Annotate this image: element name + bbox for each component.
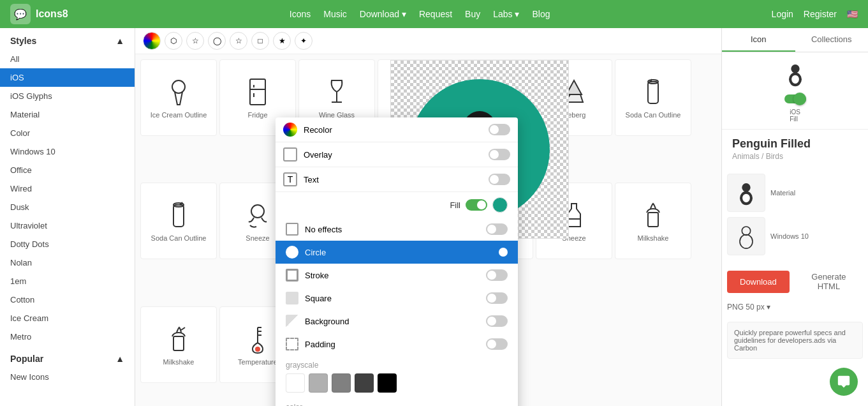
windows10-preview[interactable] <box>727 217 765 255</box>
sidebar-item-1em[interactable]: 1em <box>0 272 135 290</box>
icon-cell-soda[interactable]: Soda Can Outline <box>615 59 691 136</box>
navbar-links: Icons Music Download ▾ Request Buy Labs … <box>84 9 756 19</box>
download-button[interactable]: Download <box>727 271 790 293</box>
windows10-label: Windows 10 <box>770 232 809 240</box>
stroke-toggle[interactable] <box>486 269 508 281</box>
recolor-chip[interactable] <box>143 32 161 50</box>
sidebar-item-dotty[interactable]: Dotty Dots <box>0 235 135 253</box>
sidebar-item-all[interactable]: All <box>0 50 135 68</box>
svg-point-63 <box>742 194 750 202</box>
star-chip[interactable]: ☆ <box>186 32 204 50</box>
material-preview[interactable] <box>727 174 765 212</box>
padding-toggle[interactable] <box>486 338 508 350</box>
sidebar-item-dusk[interactable]: Dusk <box>0 198 135 216</box>
star4-chip[interactable]: ✦ <box>295 32 313 50</box>
text-toggle[interactable] <box>489 174 510 185</box>
nav-register[interactable]: Register <box>804 9 837 19</box>
svg-rect-20 <box>173 205 184 227</box>
square-item[interactable]: Square <box>276 287 518 310</box>
navbar: 💬 Icons8 Icons Music Download ▾ Request … <box>0 0 868 28</box>
square-chip[interactable]: □ <box>251 32 269 50</box>
material-penguin-icon <box>733 180 759 206</box>
popular-title: Popular <box>10 354 43 364</box>
collapse-icon[interactable]: ▲ <box>115 36 124 46</box>
nav-download[interactable]: Download ▾ <box>360 9 406 19</box>
generate-html-button[interactable]: Generate HTML <box>795 266 863 297</box>
icon-cell-milkshake2[interactable]: Milkshake <box>140 306 217 383</box>
sidebar-item-wired[interactable]: Wired <box>0 179 135 198</box>
sidebar-item-ios-glyphs[interactable]: iOS Glyphs <box>0 87 135 105</box>
sidebar-item-ice-cream[interactable]: Ice Cream <box>0 309 135 327</box>
background-item[interactable]: Background <box>276 310 518 333</box>
sidebar-item-material[interactable]: Material <box>0 105 135 124</box>
text-label: Text <box>304 175 482 184</box>
no-effects-item[interactable]: No effects <box>276 218 518 241</box>
circle-label: Circle <box>305 248 326 257</box>
sidebar-item-cotton[interactable]: Cotton <box>0 290 135 309</box>
overlay-label: Overlay <box>304 150 482 160</box>
swatch-white[interactable] <box>286 373 305 393</box>
tab-collections[interactable]: Collections <box>795 28 869 52</box>
ios-fill-toggle[interactable] <box>784 94 806 103</box>
sidebar-item-ultraviolet[interactable]: Ultraviolet <box>0 216 135 235</box>
nav-labs[interactable]: Labs ▾ <box>493 9 519 19</box>
padding-item[interactable]: Padding <box>276 333 518 356</box>
tab-icon[interactable]: Icon <box>722 28 795 52</box>
nav-buy[interactable]: Buy <box>465 9 480 19</box>
circle-chip[interactable]: ◯ <box>208 32 226 50</box>
right-panel-tabs: Icon Collections <box>722 28 868 52</box>
circle-icon <box>286 246 298 259</box>
fill-label: Fill <box>450 200 460 210</box>
swatch-black[interactable] <box>378 373 397 393</box>
overlay-chip[interactable]: ⬡ <box>165 32 182 50</box>
no-effects-toggle[interactable] <box>486 223 508 235</box>
sidebar: Styles ▲ All iOS iOS Glyphs Material Col… <box>0 28 135 406</box>
svg-point-39 <box>255 347 260 352</box>
star3-chip[interactable]: ★ <box>273 32 291 50</box>
fill-toggle[interactable] <box>466 199 487 211</box>
sidebar-item-ios[interactable]: iOS <box>0 68 135 87</box>
nav-blog[interactable]: Blog <box>532 9 550 19</box>
square-toggle[interactable] <box>486 292 508 304</box>
circle-active-indicator <box>499 248 508 257</box>
windows10-row: Windows 10 <box>727 217 863 255</box>
popular-section: Popular ▲ <box>0 346 135 368</box>
overlay-toggle[interactable] <box>489 149 510 160</box>
nav-music[interactable]: Music <box>323 9 347 19</box>
icon-label-milkshake: Milkshake <box>638 234 669 242</box>
ios-style-item[interactable]: iOSFill <box>780 59 811 123</box>
svg-rect-1 <box>250 79 265 105</box>
background-toggle[interactable] <box>486 315 508 327</box>
nav-login[interactable]: Login <box>772 9 793 19</box>
download-row: Download Generate HTML <box>722 260 868 303</box>
swatch-gray[interactable] <box>332 373 351 393</box>
recolor-toggle[interactable] <box>489 124 510 135</box>
zeplin-banner: Quickly prepare powerful specs and guide… <box>727 322 863 359</box>
icon-cell-soda2[interactable]: Soda Can Outline <box>140 183 217 259</box>
sidebar-item-color[interactable]: Color <box>0 124 135 142</box>
nav-icons[interactable]: Icons <box>290 9 311 19</box>
nav-request[interactable]: Request <box>419 9 452 19</box>
fill-row: Fill <box>276 192 518 218</box>
popular-collapse-icon[interactable]: ▲ <box>115 354 124 364</box>
ios-style-row: iOSFill <box>722 52 868 130</box>
sidebar-item-new-icons[interactable]: New Icons <box>0 368 135 386</box>
sidebar-item-metro[interactable]: Metro <box>0 327 135 346</box>
icon-label-fridge: Fridge <box>247 111 267 119</box>
sidebar-item-office[interactable]: Office <box>0 161 135 179</box>
star2-chip[interactable]: ☆ <box>230 32 247 50</box>
fill-color-btn[interactable] <box>492 197 508 213</box>
svg-point-61 <box>791 64 799 73</box>
navbar-logo[interactable]: 💬 Icons8 <box>10 4 68 24</box>
circle-item[interactable]: Circle <box>276 241 518 264</box>
icon-cell-ice-cream-outline[interactable]: Ice Cream Outline <box>140 59 217 136</box>
sidebar-item-windows10[interactable]: Windows 10 <box>0 142 135 161</box>
icon-cell-milkshake[interactable]: Milkshake <box>615 183 691 259</box>
stroke-item[interactable]: Stroke <box>276 264 518 287</box>
swatch-dark-gray[interactable] <box>355 373 374 393</box>
format-label[interactable]: PNG 50 px ▾ <box>727 303 770 312</box>
chat-bubble[interactable] <box>830 368 858 396</box>
sidebar-item-nolan[interactable]: Nolan <box>0 253 135 272</box>
nav-flag[interactable]: 🇺🇸 <box>847 9 858 19</box>
swatch-light-gray[interactable] <box>309 373 328 393</box>
